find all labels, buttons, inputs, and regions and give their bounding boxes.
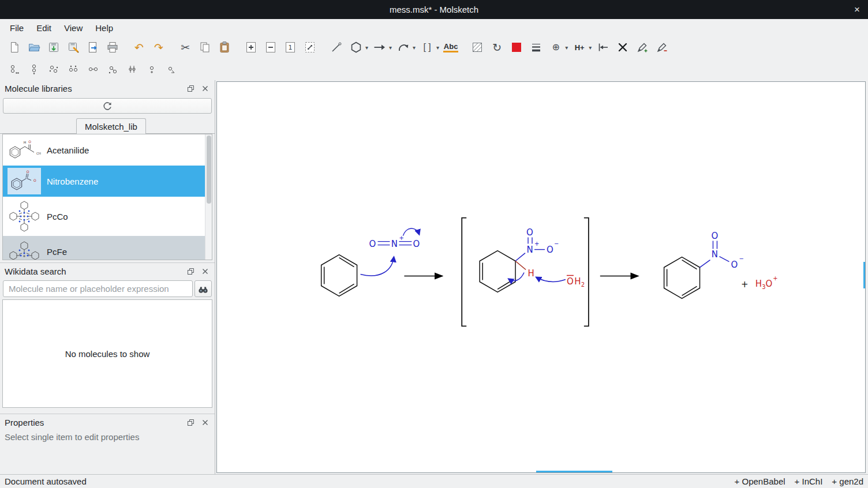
list-item-acetanilide[interactable]: H O CH₃ Acetanilide [3,134,212,166]
close-panel-button[interactable] [200,266,210,277]
menu-help[interactable]: Help [89,21,119,35]
chevron-down-icon[interactable]: ▾ [436,44,439,51]
bonded-atoms-button[interactable] [85,61,101,78]
radical-dots-button[interactable] [46,61,62,78]
atom-label[interactable]: O [526,227,533,238]
atom-label[interactable]: H [527,268,534,279]
list-item-pcfe[interactable]: PcFe [3,236,212,260]
electron-dots-button[interactable] [65,61,81,78]
atom-label[interactable]: N [391,239,398,249]
paste-button[interactable] [216,39,233,56]
text-tool-button[interactable]: Abc [443,39,459,56]
nitrobenzene-product[interactable]: O N O − [664,231,744,299]
charge-label[interactable]: − [739,256,743,262]
color-swatch-button[interactable] [508,39,525,56]
charged-atom-button[interactable] [144,61,160,78]
arenium-intermediate[interactable]: O N + O − H O H 2 [462,218,589,326]
water-base[interactable]: O H 2 [567,276,585,288]
cut-button[interactable]: ✂ [177,39,193,56]
export-button[interactable] [85,39,101,56]
chevron-down-icon[interactable]: ▾ [589,44,592,51]
undo-button[interactable]: ↶ [131,39,147,56]
c-n-bond[interactable] [700,260,710,268]
save-as-button[interactable] [65,39,81,56]
chevron-down-icon[interactable]: ▾ [413,44,416,51]
close-panel-button[interactable] [200,418,210,428]
right-bracket[interactable] [584,218,589,326]
atom-label[interactable]: N [526,245,533,255]
vertical-scrollbar-thumb[interactable] [863,262,865,288]
n-o-double-bond[interactable] [528,238,532,244]
lone-pair-diagonal-button[interactable] [6,61,23,78]
zoom-in-button[interactable] [243,39,259,56]
mechanism-arrow-deprotonation[interactable] [536,277,566,282]
rotate-button[interactable]: ↻ [489,39,505,56]
search-button[interactable] [194,280,212,297]
arenium-ring[interactable] [480,251,515,292]
lone-pair-vertical-button[interactable] [26,61,42,78]
open-button[interactable] [26,39,42,56]
atom-label[interactable]: H [574,276,581,287]
pen-plus-button[interactable] [634,39,650,56]
zoom-original-button[interactable]: 1 [282,39,298,56]
atom-label[interactable]: O [369,239,376,249]
charge-button[interactable]: ⊕ [548,39,564,56]
zoom-fit-button[interactable] [302,39,318,56]
list-item-pcco[interactable]: PcCo [3,197,212,236]
hydrogen-add-button[interactable]: H+ [571,39,588,56]
save-button[interactable] [46,39,62,56]
stacked-atoms-button[interactable] [124,61,140,78]
window-close-button[interactable]: × [854,0,860,19]
charge-label[interactable]: + [773,275,777,281]
chevron-down-icon[interactable]: ▾ [389,44,392,51]
scrollbar-thumb[interactable] [207,136,211,204]
atom-subscript-button[interactable] [104,61,121,78]
library-list-scrollbar[interactable] [205,134,212,260]
atom-label[interactable]: O [731,260,738,270]
atom-label[interactable]: H [755,279,762,289]
c-h-bond[interactable] [515,261,526,270]
drawing-canvas[interactable]: O N + O [216,81,866,473]
c-n-bond[interactable] [515,253,525,261]
list-item-nitrobenzene[interactable]: O O Nitrobenzene [3,166,212,197]
mechanism-arrow-attack[interactable] [361,257,394,276]
atom-angle-button[interactable] [163,61,179,78]
draw-line-button[interactable] [328,39,345,56]
ring-tool-button[interactable] [348,39,364,56]
float-panel-button[interactable] [185,84,196,94]
chevron-down-icon[interactable]: ▾ [365,44,368,51]
delete-button[interactable] [615,39,631,56]
print-button[interactable] [104,39,121,56]
n-o-double-bond[interactable] [713,241,717,249]
left-bracket[interactable] [462,218,466,326]
pen-minus-button[interactable] [654,39,670,56]
new-document-button[interactable] [6,39,23,56]
chevron-down-icon[interactable]: ▾ [565,44,568,51]
n-o-single-bond[interactable] [719,257,729,262]
atom-label[interactable]: O [413,239,420,249]
float-panel-button[interactable] [185,266,196,277]
benzene-molecule[interactable] [321,255,357,296]
menu-edit[interactable]: Edit [30,21,58,35]
benzene-ring[interactable] [664,257,700,299]
subscript-label[interactable]: 2 [581,281,585,288]
float-panel-button[interactable] [185,418,196,428]
align-button[interactable] [595,39,611,56]
refresh-libraries-button[interactable] [3,98,212,114]
charge-label[interactable]: − [554,241,559,247]
copy-button[interactable] [197,39,213,56]
atom-label[interactable]: O [547,245,553,255]
line-width-button[interactable] [528,39,544,56]
menu-file[interactable]: File [3,21,30,35]
bracket-tool-button[interactable]: [ ] [419,39,435,56]
atom-label[interactable]: O [567,276,574,287]
tab-molsketch-lib[interactable]: Molsketch_lib [76,118,146,134]
nitronium-ion[interactable]: O N + O [369,228,420,249]
mechanism-arrow-rearomatize[interactable] [508,273,524,281]
atom-label[interactable]: O [712,231,719,241]
hydronium-ion[interactable]: H 3 O + [755,275,778,290]
molecule-search-input[interactable] [3,280,193,297]
close-panel-button[interactable] [200,84,210,94]
atom-label[interactable]: N [712,249,718,260]
redo-button[interactable]: ↷ [151,39,167,56]
